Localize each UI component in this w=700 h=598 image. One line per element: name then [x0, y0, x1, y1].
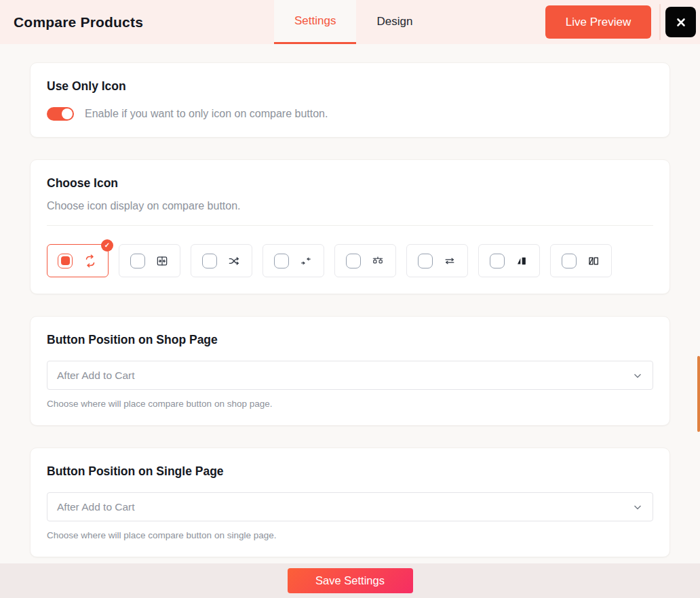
tab-design[interactable]: Design — [356, 0, 433, 44]
save-settings-button[interactable]: Save Settings — [288, 568, 413, 593]
icon-option-checkbox[interactable] — [274, 254, 289, 268]
use-only-icon-description: Enable if you want to only icon on compa… — [85, 108, 328, 120]
toggle-knob — [62, 108, 73, 119]
shop-page-position-value: After Add to Cart — [57, 370, 135, 382]
use-only-icon-title: Use Only Icon — [47, 79, 653, 94]
icon-option-checkbox[interactable] — [418, 254, 433, 268]
scrollbar-thumb[interactable] — [697, 356, 700, 432]
icon-option-checkbox[interactable] — [490, 254, 505, 268]
single-page-position-title: Button Position on Single Page — [47, 464, 653, 479]
close-button[interactable] — [665, 7, 696, 37]
footer-bar: Save Settings — [0, 563, 700, 598]
repeat-icon — [83, 254, 98, 268]
settings-content: Use Only Icon Enable if you want to only… — [0, 44, 700, 557]
choose-icon-description: Choose icon display on compare button. — [47, 200, 653, 212]
selected-check-badge: ✓ — [101, 239, 113, 252]
flip-panels-icon — [587, 254, 600, 268]
icon-option-checkbox[interactable] — [58, 254, 73, 268]
single-page-position-helper: Choose where will place compare button o… — [47, 530, 653, 540]
live-preview-button[interactable]: Live Preview — [545, 5, 651, 39]
icon-option-balance-scale[interactable] — [334, 244, 396, 277]
chevron-down-icon — [632, 370, 643, 381]
shop-page-position-select[interactable]: After Add to Cart — [47, 361, 653, 390]
icon-option-repeat[interactable]: ✓ — [47, 244, 109, 277]
icon-option-converge-arrows[interactable] — [262, 244, 324, 277]
choose-icon-title: Choose Icon — [47, 176, 653, 191]
icon-option-checkbox[interactable] — [202, 254, 217, 268]
merge-box-icon — [155, 254, 169, 268]
icon-option-checkbox[interactable] — [346, 254, 361, 268]
single-page-position-value: After Add to Cart — [57, 501, 135, 513]
split-fill-icon — [515, 254, 528, 268]
choose-icon-card: Choose Icon Choose icon display on compa… — [30, 159, 670, 294]
icon-option-checkbox[interactable] — [130, 254, 145, 268]
icon-option-shuffle[interactable] — [191, 244, 252, 277]
compare-products-panel: Compare Products Settings Design Live Pr… — [0, 0, 700, 557]
tab-bar: Settings Design — [274, 0, 433, 44]
converge-arrows-icon — [299, 254, 313, 268]
shuffle-icon — [227, 254, 241, 268]
shop-page-position-helper: Choose where will place compare button o… — [47, 399, 653, 409]
shop-page-position-title: Button Position on Shop Page — [47, 333, 653, 347]
header: Compare Products Settings Design Live Pr… — [0, 0, 700, 44]
use-only-icon-card: Use Only Icon Enable if you want to only… — [30, 62, 670, 138]
single-page-position-card: Button Position on Single Page After Add… — [30, 447, 670, 557]
header-divider — [659, 4, 661, 40]
use-only-icon-toggle[interactable] — [47, 107, 74, 121]
close-icon — [675, 16, 687, 28]
icon-option-swap-horizontal[interactable] — [406, 244, 468, 277]
tab-settings[interactable]: Settings — [274, 0, 356, 44]
icon-option-merge-box[interactable] — [119, 244, 180, 277]
swap-horizontal-icon — [443, 254, 456, 268]
page-title: Compare Products — [14, 14, 143, 31]
icon-option-flip-panels[interactable] — [550, 244, 612, 277]
use-only-icon-row: Enable if you want to only icon on compa… — [47, 107, 653, 121]
icon-option-split-fill[interactable] — [478, 244, 540, 277]
shop-page-position-card: Button Position on Shop Page After Add t… — [30, 316, 670, 426]
single-page-position-select[interactable]: After Add to Cart — [47, 492, 653, 521]
chevron-down-icon — [632, 502, 643, 513]
icon-option-checkbox[interactable] — [562, 254, 577, 268]
icon-option-list: ✓ — [47, 244, 653, 277]
balance-scale-icon — [371, 254, 385, 268]
choose-icon-divider — [47, 225, 653, 226]
